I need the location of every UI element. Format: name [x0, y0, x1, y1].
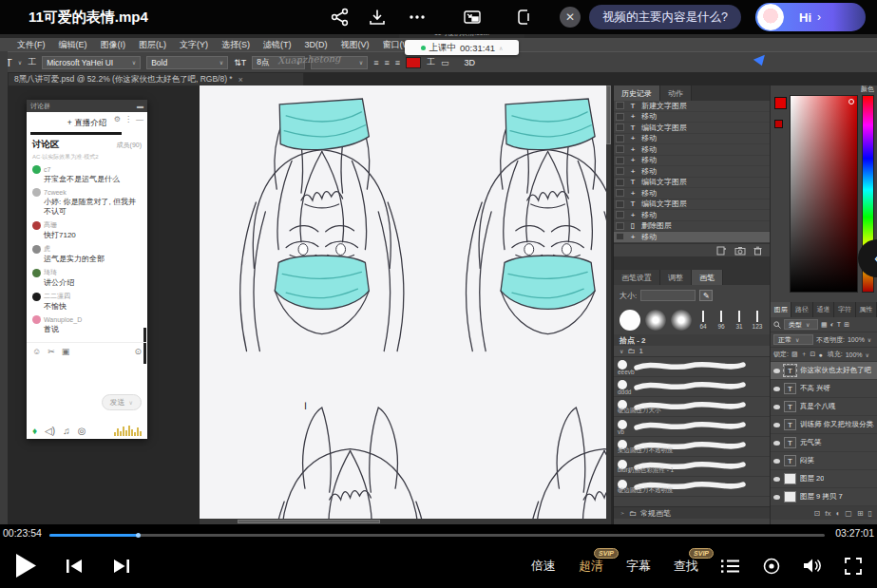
brush-item[interactable]: 硬边圆压力大小 [614, 397, 770, 417]
eye-icon[interactable] [773, 441, 780, 446]
tab-history[interactable]: 历史记录 [614, 85, 660, 101]
layer-row[interactable]: 图层 20 [771, 470, 877, 488]
layer-row[interactable]: T 你这家伙也太好色了吧 [771, 362, 877, 380]
history-item[interactable]: + 移动 [614, 156, 770, 167]
collapse-icon[interactable]: — [136, 115, 143, 123]
filter-type-icon[interactable]: T [837, 321, 841, 328]
share-icon[interactable] [330, 8, 351, 27]
history-item[interactable]: + 移动 [614, 166, 770, 178]
history-item[interactable]: T 编辑文字图层 [614, 199, 770, 211]
opacity-value[interactable]: 100% [848, 336, 865, 343]
tab-character[interactable]: 字符 [834, 302, 855, 317]
canvas-vertical-scrollbar[interactable] [606, 85, 611, 524]
history-snapshot-box[interactable] [616, 102, 624, 109]
tab-actions[interactable]: 动作 [660, 85, 692, 101]
tab-layers[interactable]: 图层 [771, 302, 791, 317]
brush-folder-row[interactable]: ∨ 🗀 1 [614, 346, 770, 357]
record-icon[interactable] [763, 558, 780, 575]
quality-button[interactable]: 超清 SVIP [579, 558, 603, 575]
tab-paths[interactable]: 路径 [791, 302, 812, 317]
ps-menu-item[interactable]: 选择(S) [221, 39, 250, 51]
filter-group-icon[interactable]: ⊞ [844, 321, 849, 329]
brush-tip-31[interactable]: 31 [733, 311, 746, 330]
background-color-swatch[interactable] [774, 120, 783, 128]
history-item[interactable]: T 编辑文字图层 [614, 123, 770, 134]
send-button[interactable]: 发送 ∨ [102, 394, 142, 410]
brush-tip-64[interactable]: 64 [696, 311, 710, 330]
settings-icon[interactable]: ⊙ [134, 347, 142, 356]
ps-menu-item[interactable]: 视图(V) [341, 39, 370, 51]
chat-messages[interactable]: c7 开宝盒不是运气是什么 7cweek 小婷: 你是随意对了, 但我并不认可 [27, 163, 147, 340]
music-icon[interactable]: ♫ [63, 426, 70, 436]
history-snapshot-box[interactable] [616, 233, 624, 240]
image-icon[interactable]: ▣ [62, 347, 70, 356]
volume-icon[interactable] [803, 558, 822, 574]
history-item[interactable]: + 移动 [614, 134, 770, 145]
lock-transparency-icon[interactable]: ▨ [791, 351, 798, 358]
download-icon[interactable] [367, 8, 388, 27]
brush-hard-round[interactable] [620, 310, 640, 331]
chat-input-area[interactable] [27, 356, 147, 394]
ai-question-pill[interactable]: 视频的主要内容是什么? [589, 5, 741, 29]
brush-item[interactable]: 柔边圆压力不透明度 [614, 437, 770, 457]
ps-menu-item[interactable]: 图层(L) [139, 39, 166, 51]
subtitles-button[interactable]: 字幕 [626, 558, 651, 575]
brush-item[interactable]: eeevb [614, 357, 770, 377]
layer-row[interactable]: T 闷笑 [771, 452, 877, 470]
ai-pill-close-icon[interactable]: ✕ [560, 7, 581, 28]
microphone-icon[interactable]: ♦ [32, 426, 37, 436]
font-family-select[interactable]: Microsoft YaHei UI ∨ [42, 56, 141, 69]
history-snapshot-box[interactable] [616, 135, 624, 142]
eye-icon[interactable] [773, 405, 780, 409]
filter-adjustment-icon[interactable]: ◐ [830, 321, 834, 328]
history-item[interactable]: ▯ 删除图层 [614, 221, 770, 233]
lock-all-icon[interactable]: ● [818, 351, 822, 358]
layer-row[interactable]: 图层 9 拷贝 7 [771, 488, 877, 506]
adjustment-layer-icon[interactable]: ◐ [835, 509, 840, 518]
history-snapshot-box[interactable] [616, 211, 624, 218]
history-snapshot-box[interactable] [616, 179, 624, 186]
history-item[interactable]: + 移动 [614, 112, 770, 123]
assistant-hi-button[interactable]: Hi › [755, 3, 866, 31]
tab-adjust[interactable]: 调整 [660, 270, 692, 285]
picture-in-picture-icon[interactable] [462, 8, 483, 27]
history-snapshot-box[interactable] [616, 123, 624, 131]
align-left-icon[interactable]: ≡ [373, 58, 378, 67]
minimize-icon[interactable]: ▬ [137, 103, 143, 109]
history-item[interactable]: T 新建文字图层 [614, 101, 770, 112]
tool-preset-icon[interactable]: 工 [28, 56, 36, 68]
ps-menu-item[interactable]: 3D(D) [305, 40, 328, 49]
new-document-icon[interactable] [716, 246, 727, 256]
speaker-icon[interactable]: ◁) [45, 426, 55, 436]
seek-bar[interactable] [49, 534, 825, 537]
3d-mode-label[interactable]: 3D [465, 58, 476, 67]
gear-icon[interactable]: ⚙ [114, 115, 121, 123]
font-weight-select[interactable]: Bold ∨ [146, 56, 228, 69]
history-item[interactable]: T 编辑文字图层 [614, 178, 770, 189]
eye-icon[interactable] [773, 369, 780, 373]
history-snapshot-box[interactable] [616, 157, 624, 164]
history-item[interactable]: + 移动 [614, 210, 770, 221]
tab-brush-settings[interactable]: 画笔设置 [614, 270, 660, 285]
fill-value[interactable]: 100% [846, 351, 863, 358]
brush-tip-123[interactable]: 123 [751, 311, 764, 330]
mini-player-icon[interactable] [514, 8, 535, 27]
location-icon[interactable]: ◎ [78, 426, 86, 436]
history-snapshot-box[interactable] [616, 222, 624, 230]
history-snapshot-box[interactable] [616, 113, 624, 121]
layer-row[interactable]: T 真是个八嘎 [771, 398, 877, 416]
eye-icon[interactable] [773, 459, 780, 464]
history-snapshot-box[interactable] [616, 189, 624, 197]
chat-titlebar[interactable]: 讨论群 ▬ [27, 100, 147, 112]
layer-mask-icon[interactable]: ▢ [845, 509, 852, 518]
brush-size-field[interactable] [640, 290, 696, 301]
eye-icon[interactable] [773, 477, 780, 482]
brush-footer-group[interactable]: ＞ 🗀 常规画笔 [614, 506, 771, 519]
close-icon[interactable]: × [238, 75, 243, 85]
brush-soft-round[interactable] [645, 310, 666, 331]
search-button[interactable]: 查找 SVIP [674, 558, 698, 575]
speed-button[interactable]: 倍速 [531, 558, 556, 575]
blend-mode-select[interactable]: 正常 ∨ [773, 334, 813, 345]
color-gradient-box[interactable] [790, 95, 858, 293]
panel-toggle-icon[interactable]: ▭ [441, 58, 449, 67]
